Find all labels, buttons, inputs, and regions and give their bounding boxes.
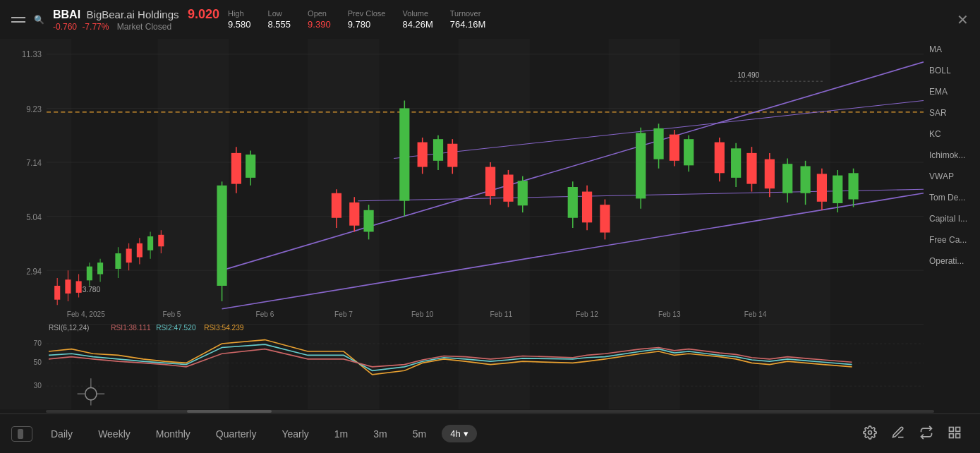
svg-text:7.14: 7.14	[26, 158, 42, 167]
timeframe-weekly[interactable]: Weekly	[85, 424, 143, 444]
timeframe-monthly[interactable]: Monthly	[143, 424, 203, 444]
svg-text:Feb 4, 2025: Feb 4, 2025	[67, 309, 105, 318]
sidebar-item-ma[interactable]: MA	[929, 44, 942, 54]
svg-rect-56	[217, 186, 226, 286]
sidebar-item-boll[interactable]: BOLL	[929, 66, 951, 76]
svg-rect-36	[54, 286, 60, 300]
sidebar-item-ichimoku[interactable]: Ichimok...	[929, 150, 965, 160]
svg-rect-42	[87, 267, 92, 281]
svg-text:3.780: 3.780	[83, 284, 100, 293]
svg-rect-46	[115, 253, 121, 269]
timeframe-quarterly[interactable]: Quarterly	[203, 424, 270, 444]
stat-prev-close: Prev Close 9.780	[348, 9, 386, 30]
settings-icon-button[interactable]	[856, 421, 884, 447]
svg-rect-104	[782, 164, 792, 193]
svg-rect-112	[848, 173, 858, 199]
stat-low: Low 8.555	[268, 9, 291, 30]
svg-rect-82	[568, 187, 578, 218]
scrollbar-thumb[interactable]	[187, 410, 272, 413]
svg-rect-86	[600, 205, 610, 232]
svg-rect-106	[800, 166, 810, 193]
svg-text:Feb 5: Feb 5	[163, 309, 181, 318]
svg-rect-90	[653, 128, 663, 159]
svg-text:Feb 11: Feb 11	[490, 309, 513, 318]
bottom-toolbar: Daily Weekly Monthly Quarterly Yearly 1m…	[0, 413, 980, 453]
layout-icon-button[interactable]	[940, 421, 969, 447]
svg-text:10.490: 10.490	[737, 70, 759, 78]
svg-text:Feb 7: Feb 7	[334, 309, 353, 318]
svg-rect-48	[126, 249, 132, 263]
header: 🔍 BBAI BigBear.ai Holdings 9.020 -0.760 …	[0, 0, 980, 39]
timeframe-5m[interactable]: 5m	[400, 424, 439, 444]
timeframe-daily[interactable]: Daily	[38, 424, 85, 444]
svg-rect-1	[0, 39, 71, 409]
ticker-block: BBAI BigBear.ai Holdings 9.020 -0.760 -7…	[53, 7, 219, 32]
sidebar-toggle-button[interactable]	[11, 426, 32, 442]
svg-text:50: 50	[34, 357, 42, 366]
svg-rect-130	[956, 427, 960, 431]
svg-rect-44	[97, 262, 103, 274]
chart-container: 11.33 9.23 7.14 5.04 2.94 Feb 4, 2025 Fe…	[0, 39, 924, 409]
menu-icon[interactable]	[11, 17, 25, 23]
svg-rect-102	[765, 159, 775, 189]
stat-open: Open 9.390	[308, 9, 331, 30]
price-change: -0.760	[53, 22, 77, 32]
svg-text:2.94: 2.94	[26, 266, 42, 275]
close-button[interactable]: ✕	[957, 11, 969, 28]
svg-rect-92	[670, 135, 679, 161]
svg-text:Feb 14: Feb 14	[744, 309, 767, 318]
svg-rect-129	[950, 427, 954, 431]
svg-text:9.23: 9.23	[26, 104, 42, 114]
stat-turnover: Turnover 764.16M	[450, 9, 486, 30]
svg-rect-72	[433, 139, 443, 161]
svg-rect-70	[418, 143, 428, 167]
sidebar-item-ema[interactable]: EMA	[929, 87, 948, 97]
search-icon[interactable]: 🔍	[34, 15, 44, 25]
svg-rect-6	[759, 39, 830, 409]
draw-icon-button[interactable]	[884, 421, 912, 447]
sidebar-item-freeca[interactable]: Free Ca...	[929, 235, 967, 245]
timeframe-1m[interactable]: 1m	[322, 424, 361, 444]
svg-rect-78	[503, 175, 513, 202]
svg-rect-60	[246, 155, 255, 178]
sidebar-item-tomde[interactable]: Tom De...	[929, 193, 965, 203]
svg-rect-68	[399, 108, 409, 200]
svg-rect-110	[833, 176, 842, 203]
stats-block: High 9.580 Low 8.555 Open 9.390 Prev Clo…	[228, 9, 948, 30]
sidebar-item-capital[interactable]: Capital I...	[929, 214, 967, 224]
svg-rect-76	[485, 167, 495, 197]
chart-svg: 11.33 9.23 7.14 5.04 2.94 Feb 4, 2025 Fe…	[0, 39, 924, 409]
svg-text:Feb 13: Feb 13	[658, 309, 681, 318]
sidebar-item-kc[interactable]: KC	[929, 129, 941, 139]
main-area: 11.33 9.23 7.14 5.04 2.94 Feb 4, 2025 Fe…	[0, 39, 980, 409]
svg-text:Feb 10: Feb 10	[411, 309, 434, 318]
svg-text:11.33: 11.33	[22, 49, 42, 59]
svg-rect-64	[349, 203, 359, 226]
compare-icon-button[interactable]	[912, 421, 940, 447]
svg-text:Feb 6: Feb 6	[255, 309, 274, 318]
ticker-symbol: BBAI	[53, 8, 80, 20]
timeframe-4h-active[interactable]: 4h ▾	[442, 425, 476, 442]
svg-rect-52	[147, 236, 153, 250]
svg-rect-108	[817, 174, 827, 201]
svg-rect-4	[458, 39, 529, 409]
sidebar-item-sar[interactable]: SAR	[929, 108, 947, 118]
price-change-pct: -7.77%	[82, 22, 109, 32]
svg-point-128	[869, 430, 872, 434]
sidebar-item-vwap[interactable]: VWAP	[929, 171, 954, 181]
svg-text:5.04: 5.04	[26, 212, 42, 222]
svg-text:RSI2:47.520: RSI2:47.520	[156, 323, 195, 332]
svg-text:RSI(6,12,24): RSI(6,12,24)	[49, 323, 89, 332]
svg-rect-84	[582, 192, 592, 223]
sidebar-item-operati[interactable]: Operati...	[929, 256, 964, 266]
svg-rect-58	[231, 153, 241, 184]
svg-text:Feb 12: Feb 12	[576, 309, 598, 318]
timeframe-3m[interactable]: 3m	[361, 424, 399, 444]
svg-rect-50	[137, 243, 143, 258]
timeframe-yearly[interactable]: Yearly	[269, 424, 321, 444]
svg-rect-98	[731, 148, 741, 178]
svg-rect-40	[76, 281, 82, 292]
stat-volume: Volume 84.26M	[402, 9, 432, 30]
svg-rect-100	[746, 153, 756, 184]
svg-rect-54	[158, 235, 164, 246]
